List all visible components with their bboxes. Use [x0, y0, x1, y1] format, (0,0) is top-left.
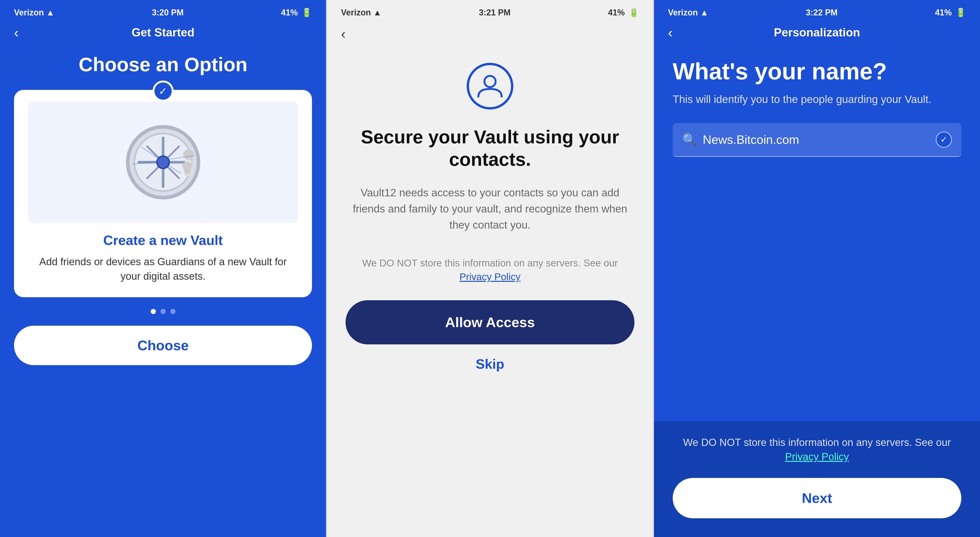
svg-point-6: [157, 156, 169, 168]
nav-bar-2: ‹: [327, 23, 653, 49]
screen-3: Verizon ▲ 3:22 PM 41% 🔋 ‹ Personalizatio…: [654, 0, 980, 537]
main-title-1: Choose an Option: [79, 53, 247, 76]
bottom-privacy-note: We DO NOT store this information on any …: [673, 435, 961, 464]
status-left-2: Verizon ▲: [341, 8, 382, 18]
privacy-note-text-2: We DO NOT store this information on any …: [362, 258, 618, 269]
privacy-link-2[interactable]: Privacy Policy: [460, 271, 520, 282]
status-right-2: 41% 🔋: [608, 8, 639, 18]
option-desc: Add friends or devices as Guardians of a…: [28, 255, 298, 283]
battery-pct-2: 41%: [608, 8, 625, 18]
option-title: Create a new Vault: [103, 232, 223, 248]
carrier-2: Verizon: [341, 8, 371, 18]
screen-top-3: What's your name? This will identify you…: [654, 44, 980, 421]
back-button-3[interactable]: ‹: [668, 24, 673, 41]
dot-3: [170, 309, 175, 314]
screen-content-2: Secure your Vault using your contacts. V…: [327, 49, 653, 537]
secure-desc: Vault12 needs access to your contacts so…: [345, 185, 634, 233]
dots-indicator: [151, 309, 175, 314]
battery-icon-2: 🔋: [628, 8, 639, 18]
screen-bottom-3: We DO NOT store this information on any …: [654, 421, 980, 537]
svg-point-13: [484, 76, 496, 87]
allow-access-button[interactable]: Allow Access: [345, 300, 634, 344]
status-left-1: Verizon ▲: [14, 8, 55, 18]
status-right-3: 41% 🔋: [935, 8, 966, 18]
status-left-3: Verizon ▲: [668, 8, 709, 18]
check-icon: ✓: [153, 81, 173, 102]
nav-bar-3: ‹ Personalization: [654, 23, 980, 44]
back-button-1[interactable]: ‹: [14, 24, 19, 41]
status-bar-3: Verizon ▲ 3:22 PM 41% 🔋: [654, 0, 980, 23]
privacy-note-2: We DO NOT store this information on any …: [345, 257, 634, 284]
battery-pct-3: 41%: [935, 8, 952, 18]
wifi-icon-1: ▲: [46, 8, 55, 18]
whats-name-subtitle: This will identify you to the people gua…: [673, 92, 961, 107]
status-bar-1: Verizon ▲ 3:20 PM 41% 🔋: [0, 0, 326, 23]
skip-button[interactable]: Skip: [476, 356, 504, 372]
time-3: 3:22 PM: [806, 8, 838, 18]
status-bar-2: Verizon ▲ 3:21 PM 41% 🔋: [327, 0, 653, 23]
wifi-icon-2: ▲: [373, 8, 382, 18]
nav-title-1: Get Started: [132, 25, 195, 39]
name-input-container[interactable]: 🔍 News.Bitcoin.com ✓: [673, 123, 961, 157]
screen-2: Verizon ▲ 3:21 PM 41% 🔋 ‹ Secure your Va…: [326, 0, 654, 537]
choose-button[interactable]: Choose: [14, 326, 312, 365]
name-input-value[interactable]: News.Bitcoin.com: [703, 132, 930, 147]
search-icon-3: 🔍: [682, 132, 697, 147]
input-check-icon: ✓: [935, 131, 952, 148]
time-2: 3:21 PM: [479, 8, 511, 18]
whats-name-title: What's your name?: [673, 58, 961, 85]
battery-icon-1: 🔋: [301, 8, 312, 18]
back-button-2[interactable]: ‹: [341, 26, 345, 41]
bottom-privacy-link[interactable]: Privacy Policy: [785, 451, 849, 462]
bottom-privacy-text: We DO NOT store this information on any …: [683, 437, 951, 448]
dot-1: [151, 309, 156, 314]
battery-pct-1: 41%: [281, 8, 298, 18]
screen-1: Verizon ▲ 3:20 PM 41% 🔋 ‹ Get Started Ch…: [0, 0, 326, 537]
svg-point-7: [183, 149, 194, 160]
wifi-icon-3: ▲: [700, 8, 709, 18]
time-1: 3:20 PM: [152, 8, 184, 18]
carrier-3: Verizon: [668, 8, 698, 18]
dot-2: [161, 309, 165, 314]
carrier-1: Verizon: [14, 8, 44, 18]
battery-icon-3: 🔋: [956, 8, 966, 18]
nav-title-3: Personalization: [774, 25, 860, 39]
screen-content-1: Choose an Option ✓: [0, 44, 326, 537]
secure-title: Secure your Vault using your contacts.: [345, 126, 634, 171]
next-button[interactable]: Next: [673, 478, 961, 518]
person-icon: [467, 63, 513, 110]
option-card[interactable]: ✓: [14, 90, 312, 297]
vault-illustration: [28, 102, 298, 223]
status-right-1: 41% 🔋: [281, 8, 312, 18]
